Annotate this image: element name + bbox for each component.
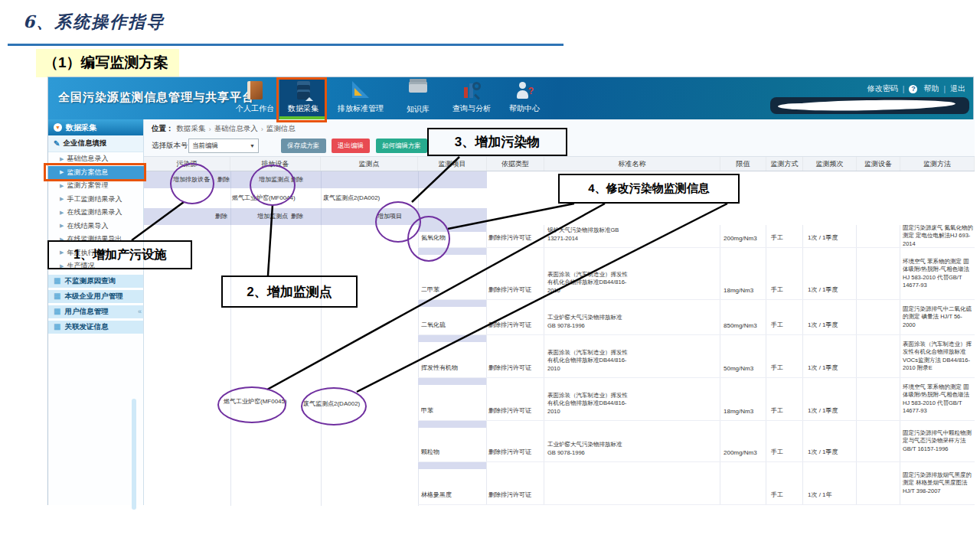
sidebar-group-enterprise-user-mgmt[interactable]: ▦本级企业用户管理 [48, 290, 143, 304]
sidebar-item-online-result-entry[interactable]: ▶在线监测结果录入 [48, 206, 143, 220]
col-header-monitoring-item: 监测项目 [418, 157, 487, 171]
col-header-monitoring-point: 监测点 [321, 157, 418, 171]
breadcrumb-item[interactable]: 基础信息录入 [214, 124, 258, 134]
delete-license-link[interactable]: 删除 [488, 406, 501, 415]
delete-link[interactable]: 删除 [217, 171, 230, 188]
limit-value [720, 462, 766, 504]
sidebar-section-enterprise-info[interactable]: ✎ 企业信息填报 [48, 135, 143, 152]
delete-license-link[interactable]: 删除 [488, 448, 501, 456]
exit-edit-button[interactable]: 退出编辑 [332, 139, 370, 153]
limit-value: 50mg/Nm3 [720, 335, 766, 377]
delete-link[interactable]: 删除 [291, 208, 303, 225]
delete-license-link[interactable]: 删除 [488, 321, 501, 329]
pollutant-name: 林格曼黑度 [418, 491, 486, 504]
workbench-icon [247, 81, 263, 99]
monitoring-frequency: 1次 / 1年 [803, 462, 857, 504]
standard-name: 工业炉窑大气污染物排放标准 GB 9078-1996 [544, 312, 632, 334]
delete-license-link[interactable]: 删除 [488, 285, 501, 294]
version-label: 选择版本号 [152, 141, 188, 151]
sidebar-group-license-info[interactable]: ▦关联发证信息 [48, 321, 143, 334]
callout-4-modify-pollutant-info: 4、修改污染物监测信息 [558, 174, 740, 204]
nav-item-help-center[interactable]: ? 帮助中心 [502, 77, 547, 119]
nav-item-personal-workbench[interactable]: 个人工作台 [232, 77, 278, 119]
grid-icon: ▦ [54, 292, 60, 300]
monitoring-mode: 手工 [766, 300, 803, 334]
monitoring-mode: 手工 [766, 378, 803, 420]
standard-name [544, 498, 549, 504]
callout-1-add-facility: 1、增加产污设施 [47, 240, 192, 269]
set-square-icon [352, 81, 369, 98]
monitoring-mode: 手工 [766, 225, 803, 247]
grid-icon: ▦ [54, 277, 60, 285]
sidebar-group-no-monitor-reason[interactable]: ▦不监测原因查询 [48, 275, 143, 289]
circle-device-mf0045 [217, 386, 286, 423]
monitoring-equipment [857, 225, 900, 247]
monitoring-point-name[interactable]: 废气监测点2(DA002) [323, 188, 380, 208]
slide-subtitle: （1）编写监测方案 [36, 49, 179, 77]
version-select[interactable]: 当前编辑 ▼ [188, 139, 259, 153]
basis-type: 排污许可证 [501, 364, 531, 372]
monitoring-method: 固定污染源废气 氮氧化物的测定 定电位电解法HJ 693-2014 [900, 223, 975, 249]
col-header-limit: 限值 [720, 157, 766, 171]
col-header-monitoring-equipment: 监测设备 [857, 157, 900, 171]
change-password-link[interactable]: 修改密码 [867, 83, 898, 94]
pollutant-name: 二甲苯 [418, 285, 486, 299]
nav-label: 知识库 [395, 104, 441, 115]
table-row: 颗粒物 删除排污许可证 工业炉窑大气污染物排放标准 GB 9078-1996 2… [418, 421, 975, 462]
help-person-icon: ? [515, 81, 534, 99]
nav-label: 个人工作台 [232, 103, 278, 114]
pollutant-name: 二氧化硫 [418, 321, 486, 334]
standard-name: 表面涂装（汽车制造业）挥发性有机化合物排放标准DB44/816-2010 [544, 347, 632, 378]
breadcrumb-item[interactable]: 数据采集 [177, 124, 206, 134]
platform-title: 全国污染源监测信息管理与共享平台 [58, 90, 254, 105]
delete-link[interactable]: 删除 [215, 208, 227, 225]
monitoring-mode: 手工 [766, 462, 803, 504]
monitoring-frequency: 1次 / 1季度 [803, 225, 857, 247]
basis-type: 排污许可证 [501, 448, 531, 456]
table-row: 二氧化硫 删除排污许可证 工业炉窑大气污染物排放标准 GB 9078-1996 … [418, 300, 975, 335]
monitoring-mode: 手工 [766, 335, 803, 377]
nav-item-standard-management[interactable]: 排放标准管理 [330, 77, 391, 119]
delete-license-link[interactable]: 删除 [488, 364, 501, 372]
how-to-edit-button[interactable]: 如何编辑方案 [376, 139, 427, 153]
add-monitoring-point-link[interactable]: 增加监测点 [257, 208, 288, 225]
save-plan-button[interactable]: 保存成方案 [281, 139, 326, 153]
help-link[interactable]: 帮助 [923, 83, 939, 94]
logout-link[interactable]: 退出 [950, 83, 965, 94]
collapse-icon[interactable]: « [138, 308, 142, 315]
limit-value: 200mg/Nm3 [720, 421, 766, 461]
circle-add-discharge-device [170, 163, 214, 204]
delete-license-link[interactable]: 删除 [488, 491, 501, 499]
table-row: 氮氧化物 删除排污许可证 锅炉大气污染物排放标准GB 13271-2014 20… [418, 225, 975, 248]
monitoring-frequency: 1次 / 1季度 [803, 248, 857, 299]
basis-type: 排污许可证 [501, 321, 531, 329]
arrow-icon: ▶ [60, 183, 64, 189]
sidebar-header-data-collection[interactable]: ▼ 数据采集 [48, 119, 143, 135]
grid-icon: ▦ [54, 308, 60, 315]
sidebar-scrollbar[interactable] [132, 399, 136, 510]
monitoring-frequency: 1次 / 1季度 [803, 300, 857, 334]
nav-item-knowledge-base[interactable]: 知识库 [395, 77, 441, 119]
breadcrumb-item[interactable]: 监测信息 [266, 124, 296, 134]
arrow-icon: ▶ [60, 210, 64, 216]
breadcrumb: 位置： 数据采集 › 基础信息录入 › 监测信息 [152, 124, 296, 134]
monitoring-method: 固定污染源排气中颗粒物测定与气态污染物采样方法 GB/T 16157-1996 [900, 429, 975, 455]
nav-item-query-analysis[interactable]: 查询与分析 [445, 77, 498, 119]
arrow-icon: ▶ [60, 223, 64, 229]
basis-type: 排污许可证 [501, 491, 531, 499]
callout-2-add-monitoring-point: 2、增加监测点 [221, 276, 358, 308]
col-header-monitoring-frequency: 监测频次 [803, 157, 857, 171]
sidebar-group-user-info-mgmt[interactable]: ▦用户信息管理« [48, 305, 143, 319]
table-row: 林格曼黑度 删除排污许可证 手工 1次 / 1年 固定污染源排放烟气黑度的测定 … [418, 462, 975, 505]
nav-label: 帮助中心 [502, 103, 547, 114]
pollutant-name: 挥发性有机物 [418, 364, 486, 377]
sidebar-item-online-result-import[interactable]: ▶在线结果导入 [48, 220, 143, 233]
delete-license-link[interactable]: 删除 [488, 233, 501, 242]
monitoring-equipment [857, 300, 900, 334]
table-row: 挥发性有机物 删除排污许可证 表面涂装（汽车制造业）挥发性有机化合物排放标准DB… [418, 335, 975, 378]
monitoring-method: 表面涂装（汽车制造业）挥发性有机化合物排放标准 VOCs监测方法 DB44/81… [900, 340, 975, 373]
highlight-rect-monitoring-plan-item [44, 163, 146, 181]
limit-value: 200mg/Nm3 [720, 225, 766, 247]
standard-name: 表面涂装（汽车制造业）挥发性有机化合物排放标准DB44/816-2010 [544, 390, 632, 421]
sidebar-item-manual-result-entry[interactable]: ▶手工监测结果录入 [48, 193, 143, 207]
